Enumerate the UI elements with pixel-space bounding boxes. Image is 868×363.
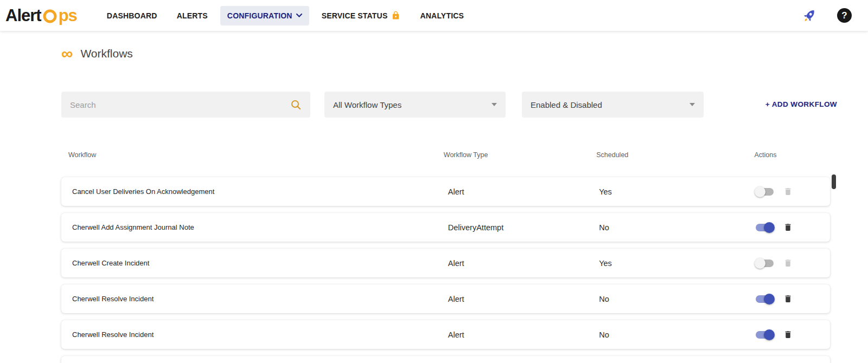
enabled-toggle[interactable] bbox=[755, 258, 775, 269]
enabled-toggle[interactable] bbox=[755, 329, 775, 340]
column-header-workflow: Workflow bbox=[61, 151, 443, 159]
page-title: ∞ Workflows bbox=[61, 47, 133, 60]
row-actions bbox=[751, 294, 830, 304]
table-row[interactable]: Cherwell Resolve Incident Alert No bbox=[61, 284, 830, 313]
enabled-toggle[interactable] bbox=[755, 294, 775, 304]
row-actions bbox=[751, 258, 830, 269]
workflow-table-body: Cancel User Deliveries On Acknowledgemen… bbox=[61, 177, 830, 363]
add-workflow-button[interactable]: + ADD WORKFLOW bbox=[765, 100, 837, 108]
status-dropdown[interactable]: Enabled & Disabled bbox=[522, 92, 704, 118]
search-box[interactable] bbox=[61, 92, 310, 118]
page-title-text: Workflows bbox=[80, 47, 132, 60]
workflow-scheduled: Yes bbox=[596, 187, 751, 196]
workflow-scheduled: Yes bbox=[596, 259, 751, 268]
workflow-type-dropdown-value: All Workflow Types bbox=[333, 100, 401, 109]
workflow-type: Alert bbox=[443, 330, 596, 339]
workflow-name: Cherwell Add Assignment Journal Note bbox=[61, 223, 443, 231]
row-actions bbox=[751, 329, 830, 340]
workflow-type: Alert bbox=[443, 295, 596, 303]
search-input[interactable] bbox=[70, 100, 290, 109]
table-row-partial bbox=[61, 356, 830, 363]
workflow-type: DeliveryAttempt bbox=[443, 223, 596, 232]
workflow-scheduled: No bbox=[596, 295, 751, 303]
column-header-actions: Actions bbox=[751, 151, 830, 159]
search-icon bbox=[290, 99, 302, 111]
workflow-type: Alert bbox=[443, 187, 596, 196]
enabled-toggle[interactable] bbox=[755, 222, 775, 233]
top-nav-bar: Alert ps DASHBOARD ALERTS CONFIGURATION … bbox=[0, 0, 868, 31]
table-row[interactable]: Cherwell Create Incident Alert Yes bbox=[61, 249, 830, 277]
header-right-icons: ? bbox=[801, 8, 852, 24]
help-icon[interactable]: ? bbox=[837, 8, 852, 23]
workflows-icon: ∞ bbox=[61, 48, 73, 60]
table-row[interactable]: Cancel User Deliveries On Acknowledgemen… bbox=[61, 177, 830, 206]
nav-item-service-status[interactable]: SERVICE STATUS bbox=[315, 5, 408, 25]
trash-icon[interactable] bbox=[783, 222, 793, 232]
workflow-name: Cherwell Resolve Incident bbox=[61, 295, 443, 303]
trash-icon[interactable] bbox=[783, 186, 793, 197]
logo-ops-text: ps bbox=[59, 6, 77, 25]
logo-alert-text: Alert bbox=[5, 6, 41, 25]
nav-item-dashboard[interactable]: DASHBOARD bbox=[100, 6, 164, 25]
trash-icon[interactable] bbox=[783, 329, 793, 340]
workflow-name: Cherwell Resolve Incident bbox=[61, 330, 443, 339]
nav-item-alerts[interactable]: ALERTS bbox=[170, 6, 215, 25]
lock-icon bbox=[391, 11, 400, 20]
logo-o-icon bbox=[42, 8, 58, 24]
alertops-logo[interactable]: Alert ps bbox=[5, 6, 77, 25]
chevron-down-icon bbox=[690, 103, 695, 106]
workflow-scheduled: No bbox=[596, 330, 751, 339]
table-row[interactable]: Cherwell Add Assignment Journal Note Del… bbox=[61, 213, 830, 242]
scrollbar-thumb[interactable] bbox=[832, 174, 836, 189]
workflows-page: ∞ Workflows All Workflow Types Enabled &… bbox=[61, 31, 830, 363]
workflow-scheduled: No bbox=[596, 223, 751, 232]
trash-icon[interactable] bbox=[783, 294, 793, 304]
workflow-name: Cancel User Deliveries On Acknowledgemen… bbox=[61, 187, 443, 196]
rocket-icon[interactable] bbox=[798, 4, 821, 27]
nav-item-analytics[interactable]: ANALYTICS bbox=[413, 6, 471, 25]
workflow-type: Alert bbox=[443, 259, 596, 268]
workflow-type-dropdown[interactable]: All Workflow Types bbox=[324, 92, 506, 118]
row-actions bbox=[751, 222, 830, 233]
table-header-row: Workflow Workflow Type Scheduled Actions bbox=[61, 151, 830, 159]
chevron-down-icon bbox=[492, 103, 497, 106]
enabled-toggle[interactable] bbox=[755, 186, 775, 197]
chevron-down-icon bbox=[296, 14, 302, 17]
nav-item-configuration[interactable]: CONFIGURATION bbox=[220, 6, 309, 25]
column-header-scheduled: Scheduled bbox=[596, 151, 751, 159]
trash-icon[interactable] bbox=[783, 258, 793, 268]
status-dropdown-value: Enabled & Disabled bbox=[531, 100, 602, 109]
workflow-name: Cherwell Create Incident bbox=[61, 259, 443, 267]
filters-bar: All Workflow Types Enabled & Disabled + … bbox=[61, 92, 830, 118]
row-actions bbox=[751, 186, 830, 197]
table-row[interactable]: Cherwell Resolve Incident Alert No bbox=[61, 320, 830, 349]
column-header-workflow-type: Workflow Type bbox=[443, 151, 596, 159]
main-nav: DASHBOARD ALERTS CONFIGURATION SERVICE S… bbox=[100, 5, 471, 25]
